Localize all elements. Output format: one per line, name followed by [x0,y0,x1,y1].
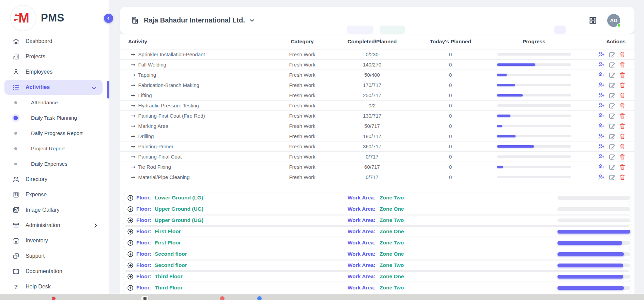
sidebar-item-employees[interactable]: Employees [0,64,109,79]
expand-plus-button[interactable] [127,251,133,258]
red-dot-icon[interactable] [220,296,225,300]
edit-button[interactable] [609,133,615,140]
expand-arrow-icon[interactable]: → [131,133,135,139]
apps-grid-button[interactable] [589,16,597,25]
assign-user-button[interactable] [598,51,605,58]
expand-arrow-icon[interactable]: → [131,144,135,150]
taskbar-app-button[interactable] [141,296,149,300]
delete-button[interactable] [619,112,626,119]
floor-row[interactable]: Floor:Second floorWork Area:Zone One [123,249,631,259]
floor-row[interactable]: Floor:First FloorWork Area:Zone Two [123,238,631,248]
expand-arrow-icon[interactable]: → [131,82,135,88]
sidebar-collapse-button[interactable] [104,14,113,23]
expand-arrow-icon[interactable]: → [131,154,135,160]
delete-button[interactable] [619,143,626,150]
edit-button[interactable] [609,102,615,109]
activity-name: Sprinkler Installation-Pendant [138,51,205,57]
sidebar-subitem-daily-task-planning[interactable]: Daily Task Planning [0,110,109,125]
floor-row[interactable]: Floor:Third FloorWork Area:Zone One [123,272,631,282]
sidebar-subitem-attendance[interactable]: Attendance [0,95,109,110]
delete-button[interactable] [619,164,626,170]
delete-button[interactable] [619,133,626,140]
sidebar-item-documentation[interactable]: Documentation [0,264,109,279]
sidebar-item-image-gallary[interactable]: Image Gallary [0,202,109,217]
edit-button[interactable] [609,92,615,99]
delete-button[interactable] [619,82,626,89]
assign-user-button[interactable] [598,81,605,89]
assign-user-button[interactable] [598,163,605,170]
expand-plus-button[interactable] [127,229,133,236]
expand-plus-button[interactable] [127,206,133,213]
floor-row[interactable]: Floor:Upper Ground (UG)Work Area:Zone On… [123,204,631,214]
expand-plus-button[interactable] [127,274,133,281]
edit-button[interactable] [609,51,615,58]
expand-arrow-icon[interactable]: → [131,174,135,180]
edit-button[interactable] [609,123,615,130]
sidebar-item-inventory[interactable]: Inventory [0,233,109,248]
expand-arrow-icon[interactable]: → [131,103,135,109]
delete-button[interactable] [619,174,626,181]
assign-user-button[interactable] [598,61,605,68]
edit-button[interactable] [609,61,615,68]
sidebar-subitem-label: Daily Expenses [31,161,67,167]
blue-dot-icon[interactable] [257,296,262,300]
assign-user-button[interactable] [598,133,605,140]
floor-row[interactable]: Floor:Upper Ground (UG)Work Area:Zone Tw… [123,215,631,225]
company-selector[interactable]: Raja Bahadur International Ltd. [131,7,255,34]
expand-arrow-icon[interactable]: → [131,113,135,119]
floor-row[interactable]: Floor:First FloorWork Area:Zone One [123,227,631,237]
expand-plus-button[interactable] [127,262,133,270]
floor-row[interactable]: Floor:Third FloorWork Area:Zone Two [123,283,631,293]
delete-button[interactable] [619,92,626,99]
sidebar-subitem-daily-expenses[interactable]: Daily Expenses [0,156,109,171]
edit-button[interactable] [609,143,615,150]
delete-button[interactable] [619,102,626,109]
edit-button[interactable] [609,174,615,181]
edit-button[interactable] [609,164,615,170]
sidebar-subitem-daily-progress-report[interactable]: Daily Progress Report [0,125,109,141]
floor-row[interactable]: Floor:Second floorWork Area:Zone Two [123,260,631,270]
expand-arrow-icon[interactable]: → [131,123,135,129]
sidebar-item-administration[interactable]: Administration [0,217,109,233]
expand-plus-button[interactable] [127,240,133,247]
assign-user-button[interactable] [598,92,605,99]
sidebar-item-directory[interactable]: Directory [0,171,109,187]
assign-user-button[interactable] [598,143,605,150]
sidebar-item-projects[interactable]: Projects [0,49,109,64]
sidebar-item-expense[interactable]: Expense [0,187,109,202]
expand-plus-button[interactable] [127,285,133,292]
sidebar-item-activities[interactable]: Activities [0,79,109,95]
expand-arrow-icon[interactable]: → [131,92,135,99]
sidebar-subitem-project-report[interactable]: Project Report [0,141,109,156]
delete-button[interactable] [619,123,626,130]
assign-user-button[interactable] [598,71,605,78]
sidebar-item-dashboard[interactable]: Dashboard [0,33,109,49]
edit-button[interactable] [609,82,615,89]
red-pin-icon[interactable] [52,297,56,300]
delete-button[interactable] [619,51,626,58]
sidebar-item-support[interactable]: Support [0,248,109,264]
delete-button[interactable] [619,153,626,160]
progress-bar [497,63,571,66]
expand-arrow-icon[interactable]: → [131,62,135,68]
work-area-value: Zone Two [380,195,404,201]
delete-button[interactable] [619,72,626,78]
expand-arrow-icon[interactable]: → [131,72,135,78]
edit-button[interactable] [609,72,615,78]
edit-button[interactable] [609,112,615,119]
delete-button[interactable] [619,61,626,68]
activity-name: Full Welding [138,62,166,68]
floor-row[interactable]: Floor:Lower Ground (LG)Work Area:Zone Tw… [123,193,631,203]
expand-plus-button[interactable] [127,195,133,202]
assign-user-button[interactable] [598,112,605,119]
edit-button[interactable] [609,153,615,160]
user-avatar[interactable]: AD [607,14,620,27]
expand-arrow-icon[interactable]: → [131,164,135,170]
assign-user-button[interactable] [598,174,605,181]
assign-user-button[interactable] [598,102,605,109]
expand-arrow-icon[interactable]: → [131,51,135,58]
sidebar-item-help-desk[interactable]: ?Help Desk [0,279,109,294]
assign-user-button[interactable] [598,153,605,160]
assign-user-button[interactable] [598,122,605,130]
expand-plus-button[interactable] [127,217,133,225]
